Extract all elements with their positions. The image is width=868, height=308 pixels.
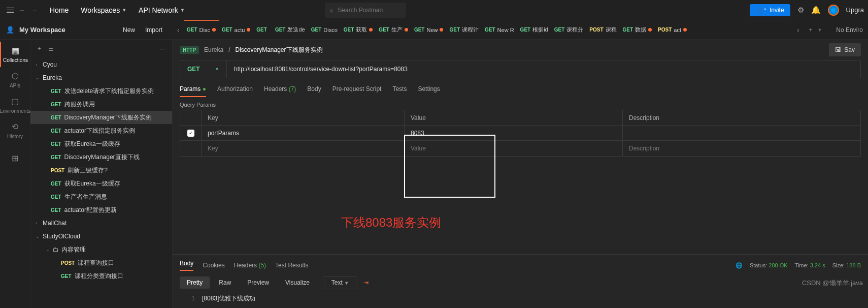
req-tab-headers[interactable]: Headers (7) [264,85,296,97]
request-label: 课程分类查询接口 [75,272,123,281]
req-tab-body[interactable]: Body [307,85,321,97]
tab[interactable]: GET发送de [272,20,308,39]
global-search[interactable]: ⌕ [325,3,406,18]
tab[interactable]: GETNew [411,20,447,39]
leftnav-environments[interactable]: ▢Environments [0,93,30,118]
leftnav-apis[interactable]: ⬡APIs [0,67,30,93]
tab[interactable]: GET [253,20,272,39]
param-key[interactable]: portParams [202,126,405,140]
invite-button[interactable]: 👤⁺Invite [750,4,790,16]
resp-lang-selector[interactable]: Text ▼ [324,276,356,289]
new-button[interactable]: New [119,24,139,36]
request-row[interactable]: GET跨服务调用 [30,98,172,111]
resp-tab-test-results[interactable]: Test Results [275,262,308,269]
request-row[interactable]: GET课程分类查询接口 [30,269,172,283]
param-value[interactable]: 8083 [405,126,623,140]
resp-tab-body[interactable]: Body [180,260,193,271]
tabs-scroll-right[interactable]: › [792,26,804,34]
request-row[interactable]: GET发送delete请求下线指定服务实例 [30,84,172,98]
chevron-down-icon: ⌄ [46,247,53,252]
param-checkbox[interactable]: ✓ [180,126,202,140]
workspace-name[interactable]: My Workspace [19,26,65,34]
tab[interactable]: POST课程 [586,20,619,39]
resp-mode-raw[interactable]: Raw [212,276,238,289]
resp-tab-headers[interactable]: Headers (5) [234,262,266,269]
folder-row[interactable]: ›MallChat [30,217,172,230]
request-row[interactable]: GETDiscoveryManager直接下线 [30,150,172,164]
folder-row[interactable]: ⌄Eureka [30,71,172,84]
leftnav-collections[interactable]: ▦Collections [0,42,30,67]
environment-selector[interactable]: No Enviro [836,26,863,34]
user-avatar[interactable] [828,5,839,16]
resp-mode-visualize[interactable]: Visualize [278,276,317,289]
request-row[interactable]: GET获取Eureka一级缓存 [30,137,172,150]
tab[interactable]: GETactu [219,20,253,39]
filter-icon[interactable]: ⚌ [48,45,54,52]
request-label: 课程查询接口 [78,259,114,267]
globe-icon[interactable]: 🌐 [736,262,743,269]
tabs-scroll-left[interactable]: ‹ [173,26,184,34]
search-input[interactable] [338,7,401,14]
upgrade-button[interactable]: Upgra [846,6,864,14]
param-key-new[interactable] [202,141,405,156]
tab[interactable]: GET生产 [376,20,411,39]
tab[interactable]: GET数据 [620,20,655,39]
nav-api-network[interactable]: API Network▼ [139,6,185,14]
hamburger-menu[interactable] [4,4,16,16]
more-options[interactable]: ··· [160,45,165,52]
add-button[interactable]: + [38,45,41,52]
request-row[interactable]: GETDiscoveryManager下线服务实例 [30,111,172,124]
request-row[interactable]: GETactuator下线指定服务实例 [30,124,172,137]
nav-home[interactable]: Home [50,6,69,14]
folder-row[interactable]: ›Cyou [30,58,172,71]
request-row[interactable]: GET生产者生产消息 [30,190,172,203]
nav-workspaces[interactable]: Workspaces▼ [81,6,126,14]
resp-mode-pretty[interactable]: Pretty [180,276,210,289]
wrap-toggle-icon[interactable]: ⇥ [363,279,369,286]
req-tab-tests[interactable]: Tests [392,85,407,97]
line-number: 1 [180,295,195,302]
method-selector[interactable]: GET▼ [180,60,227,78]
nav-fwd[interactable]: → [28,4,41,16]
resp-mode-preview[interactable]: Preview [240,276,276,289]
req-tab-pre-request-script[interactable]: Pre-request Script [332,85,382,97]
param-value-new[interactable] [405,141,623,156]
tab[interactable]: GETDisc [184,20,219,39]
save-button[interactable]: 🖫Sav [829,43,861,56]
request-method: GET [51,141,61,147]
request-row[interactable]: POST刷新三级缓存? [30,164,172,177]
tab[interactable]: GET根据id [517,20,551,39]
req-tab-settings[interactable]: Settings [418,85,440,97]
notifications-icon[interactable]: 🔔 [811,6,821,15]
breadcrumb-parent[interactable]: Eureka [204,46,223,53]
tab-options[interactable]: ▼ [817,27,822,33]
resp-tab-cookies[interactable]: Cookies [203,262,224,269]
url-input[interactable] [227,60,860,78]
request-label: 刷新三级缓存? [68,166,108,175]
new-tab-button[interactable]: + [809,26,812,34]
request-row[interactable]: GET获取Eureka一级缓存 [30,177,172,190]
request-row[interactable]: POST课程查询接口 [30,256,172,269]
save-label: Sav [844,46,855,53]
param-desc[interactable] [623,126,860,140]
req-tab-params[interactable]: Params ● [180,85,206,97]
tab-method: GET [379,27,389,33]
tab-title: 数据 [635,26,646,34]
import-button[interactable]: Import [141,24,166,36]
req-tab-authorization[interactable]: Authorization [217,85,253,97]
tab[interactable]: GET获取 [341,20,376,39]
tab[interactable]: GET课程分 [551,20,587,39]
tab[interactable]: GETDisco [308,20,341,39]
param-desc-new[interactable] [623,141,860,156]
tab[interactable]: GET课程计 [446,20,482,39]
leftnav-history[interactable]: ⟲History [0,118,30,143]
param-checkbox-new[interactable] [180,141,202,156]
tab[interactable]: POSTact [655,20,690,39]
leftnav-more[interactable]: ⊞ [12,153,18,163]
settings-icon[interactable]: ⚙ [797,6,804,15]
folder-row[interactable]: ⌄🗀内容管理 [30,243,172,256]
folder-row[interactable]: ⌄StudyOlCloud [30,230,172,243]
nav-back[interactable]: ← [16,4,28,16]
tab[interactable]: GETNew R [482,20,517,39]
request-row[interactable]: GETactuator配置热更新 [30,203,172,217]
